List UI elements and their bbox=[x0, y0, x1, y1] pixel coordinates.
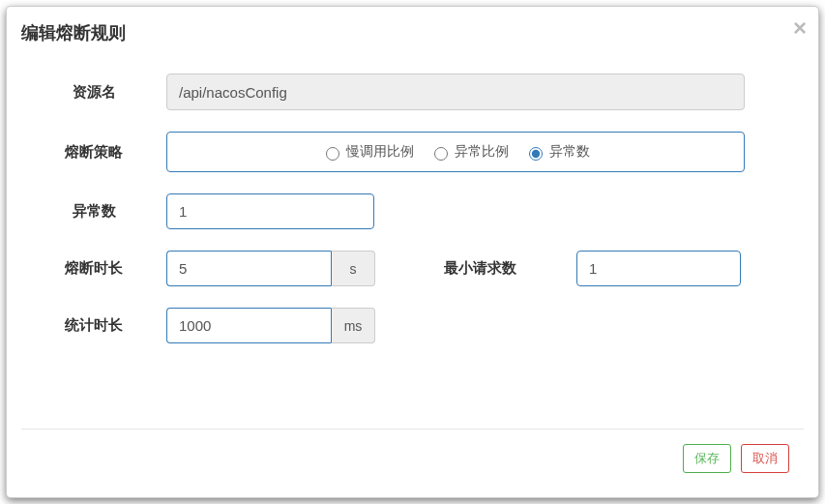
close-icon[interactable]: × bbox=[793, 16, 807, 40]
strategy-error-ratio-option[interactable]: 异常比例 bbox=[429, 143, 509, 161]
stat-interval-input[interactable] bbox=[166, 308, 331, 343]
strategy-error-ratio-radio[interactable] bbox=[434, 147, 448, 161]
modal-header: 编辑熔断规则 × bbox=[7, 7, 818, 59]
strategy-label: 熔断策略 bbox=[21, 143, 166, 162]
strategy-radio-group: 慢调用比例 异常比例 异常数 bbox=[166, 132, 745, 172]
time-window-unit: s bbox=[331, 251, 375, 286]
time-window-label: 熔断时长 bbox=[21, 259, 166, 278]
min-request-input[interactable] bbox=[576, 251, 741, 286]
modal-footer: 保存 取消 bbox=[21, 429, 804, 488]
edit-circuit-breaker-modal: 编辑熔断规则 × 资源名 熔断策略 慢调用比例 异常比例 bbox=[6, 6, 819, 498]
strategy-error-count-radio[interactable] bbox=[529, 147, 543, 161]
modal-body: 资源名 熔断策略 慢调用比例 异常比例 bbox=[7, 59, 818, 343]
min-request-label: 最小请求数 bbox=[412, 259, 547, 278]
strategy-slow-ratio-option[interactable]: 慢调用比例 bbox=[321, 143, 414, 161]
cancel-button[interactable]: 取消 bbox=[741, 444, 789, 473]
strategy-error-ratio-text: 异常比例 bbox=[455, 143, 509, 161]
stat-interval-label: 统计时长 bbox=[21, 316, 166, 335]
count-label: 异常数 bbox=[21, 202, 166, 221]
strategy-slow-ratio-radio[interactable] bbox=[326, 147, 339, 161]
strategy-error-count-option[interactable]: 异常数 bbox=[524, 143, 590, 161]
stat-interval-unit: ms bbox=[331, 308, 375, 343]
strategy-slow-ratio-text: 慢调用比例 bbox=[346, 143, 414, 161]
count-input[interactable] bbox=[166, 193, 374, 229]
time-window-input[interactable] bbox=[166, 251, 331, 286]
modal-title: 编辑熔断规则 bbox=[21, 21, 804, 44]
resource-label: 资源名 bbox=[21, 83, 166, 102]
resource-input bbox=[166, 74, 745, 110]
save-button[interactable]: 保存 bbox=[683, 444, 731, 473]
strategy-error-count-text: 异常数 bbox=[549, 143, 590, 161]
